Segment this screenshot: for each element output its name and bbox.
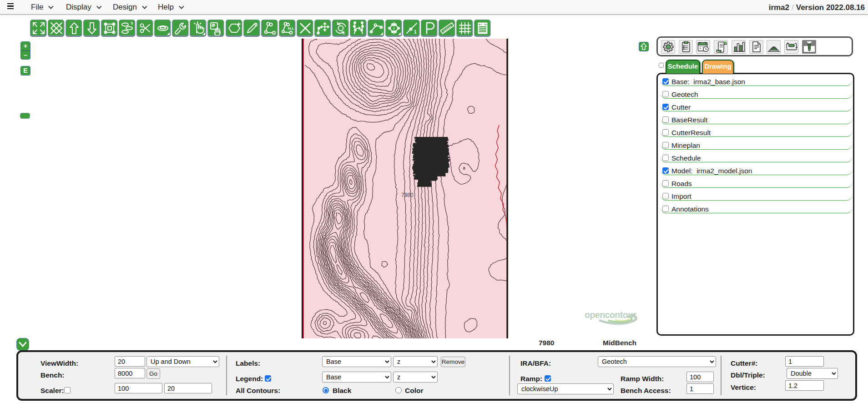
svg-text:opencontour: opencontour (585, 310, 637, 320)
svg-text:1: 1 (414, 30, 417, 35)
svg-text:ALL: ALL (288, 26, 294, 30)
